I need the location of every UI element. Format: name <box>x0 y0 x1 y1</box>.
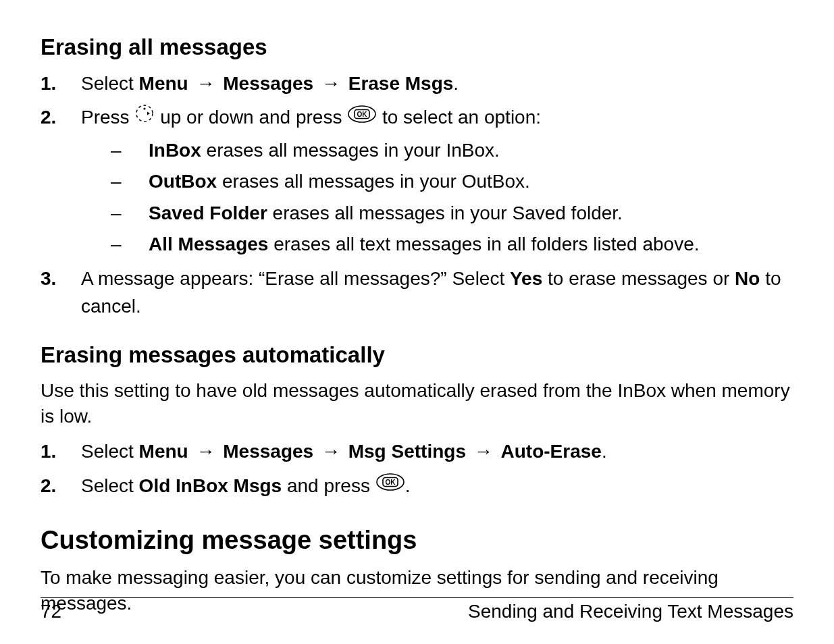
text: and press <box>282 475 375 496</box>
text: A message appears: “Erase all messages?”… <box>81 268 510 289</box>
menu-path-menu: Menu <box>139 73 188 94</box>
option-outbox: OutBox erases all messages in your OutBo… <box>111 168 793 196</box>
page-number: 72 <box>41 601 61 622</box>
option-desc: erases all messages in your Saved folder… <box>267 203 623 223</box>
step-1: Select Menu → Messages → Erase Msgs. <box>41 70 793 98</box>
option-desc: erases all text messages in all folders … <box>268 234 699 254</box>
chapter-title: Sending and Receiving Text Messages <box>468 601 793 622</box>
document-page: Erasing all messages Select Menu → Messa… <box>0 0 834 644</box>
option-list: InBox erases all messages in your InBox.… <box>111 137 793 259</box>
step-1: Select Menu → Messages → Msg Settings → … <box>41 438 793 466</box>
text: . <box>405 475 411 496</box>
svg-text:OK: OK <box>385 479 396 486</box>
arrow-icon: → <box>319 438 343 466</box>
nav-key-icon <box>134 103 155 132</box>
text: Select <box>81 441 139 462</box>
intro-auto-erase: Use this setting to have old messages au… <box>41 378 793 429</box>
svg-marker-2 <box>147 112 150 115</box>
steps-erasing-all: Select Menu → Messages → Erase Msgs. Pre… <box>41 70 793 321</box>
svg-point-1 <box>144 107 146 109</box>
step-2: Press up or down and press OK to select … <box>41 104 793 259</box>
old-inbox-label: Old InBox Msgs <box>139 475 282 496</box>
text: to select an option: <box>377 107 541 128</box>
ok-key-icon: OK <box>347 104 377 132</box>
no-label: No <box>735 268 760 289</box>
text: Select <box>81 73 139 94</box>
menu-path-auto-erase: Auto-Erase <box>501 441 602 462</box>
menu-path-msg-settings: Msg Settings <box>348 441 466 462</box>
page-footer: 72 Sending and Receiving Text Messages <box>41 597 793 622</box>
heading-customizing: Customizing message settings <box>41 525 793 556</box>
text: Select <box>81 475 139 496</box>
heading-erasing-auto: Erasing messages automatically <box>41 342 793 369</box>
ok-key-icon: OK <box>375 472 405 500</box>
arrow-icon: → <box>471 438 496 466</box>
text: Press <box>81 107 134 128</box>
menu-path-erase-msgs: Erase Msgs <box>348 73 454 94</box>
step-2: Select Old InBox Msgs and press OK. <box>41 473 793 501</box>
option-all-messages: All Messages erases all text messages in… <box>111 231 793 259</box>
yes-label: Yes <box>510 268 542 289</box>
option-term: Saved Folder <box>149 203 267 223</box>
option-desc: erases all messages in your InBox. <box>201 140 500 161</box>
menu-path-messages: Messages <box>223 441 313 462</box>
option-term: All Messages <box>149 234 268 254</box>
option-term: OutBox <box>149 171 217 192</box>
option-saved-folder: Saved Folder erases all messages in your… <box>111 200 793 227</box>
text: to erase messages or <box>542 268 735 289</box>
arrow-icon: → <box>194 70 218 98</box>
arrow-icon: → <box>319 70 343 98</box>
text: up or down and press <box>155 107 347 128</box>
text: . <box>453 73 459 94</box>
arrow-icon: → <box>194 438 218 466</box>
menu-path-menu: Menu <box>139 441 188 462</box>
svg-text:OK: OK <box>357 111 368 118</box>
option-desc: erases all messages in your OutBox. <box>217 171 530 192</box>
step-3: A message appears: “Erase all messages?”… <box>41 265 793 320</box>
menu-path-messages: Messages <box>223 73 313 94</box>
text: . <box>602 441 607 462</box>
option-term: InBox <box>149 140 201 161</box>
option-inbox: InBox erases all messages in your InBox. <box>111 137 793 165</box>
steps-auto-erase: Select Menu → Messages → Msg Settings → … <box>41 438 793 501</box>
heading-erasing-all: Erasing all messages <box>41 34 793 61</box>
